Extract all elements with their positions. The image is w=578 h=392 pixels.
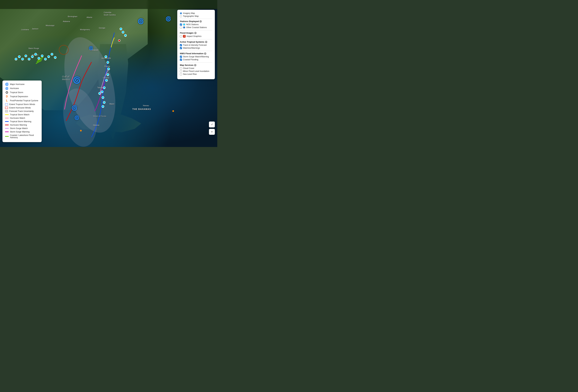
active-tropical-help-icon[interactable]: ? bbox=[205, 41, 207, 43]
top-bar bbox=[0, 0, 217, 9]
coastal-flooding-label: Coastal Flooding bbox=[183, 58, 198, 61]
legend-extent-ts-winds-label: Extent Tropical Storm Winds bbox=[9, 103, 35, 105]
minor-flood-checkbox[interactable] bbox=[180, 70, 182, 72]
legend-extent-ts-winds-icon bbox=[5, 103, 8, 105]
divider-1 bbox=[180, 19, 212, 19]
legend-storm-surge-warning-label: Storm Surge Warning bbox=[10, 131, 30, 133]
legend-ts-warning-icon bbox=[5, 121, 9, 122]
legend-ts-watch: Tropical Storm Watch bbox=[5, 113, 39, 116]
navigate-button[interactable] bbox=[209, 122, 215, 127]
legend-post-tropical-label: Post/Potential Tropical Cyclone bbox=[10, 99, 38, 102]
flood-images-section: Flood Images ? ⚑ Impact Graphics bbox=[180, 32, 212, 38]
active-tropical-section: Active Tropical Systems ? Track & Intens… bbox=[180, 41, 212, 49]
legend-ts-warning-label: Tropical Storm Warning bbox=[10, 120, 31, 123]
legend-hurricane-warning-label: Hurricane Warning bbox=[10, 124, 27, 126]
other-stations-label: Other Coastal Stations bbox=[186, 26, 207, 29]
divider-4 bbox=[180, 51, 212, 51]
map-container[interactable]: Birmingham Alabama Mississippi Louisiana… bbox=[0, 0, 217, 147]
legend-post-tropical: L Post/Potential Tropical Cyclone bbox=[5, 99, 39, 102]
divider-2 bbox=[180, 30, 212, 30]
map-type-radio-group: Imagery Map Topographic Map bbox=[180, 12, 212, 17]
nws-flood-help-icon[interactable]: ? bbox=[204, 52, 206, 55]
sea-level-checkbox[interactable] bbox=[180, 73, 182, 75]
legend-hurricane-warning-icon bbox=[5, 125, 9, 125]
track-forecast-checkbox[interactable] bbox=[180, 44, 182, 46]
legend-tropical-storm-label: Tropical Storm bbox=[10, 91, 23, 94]
legend-tropical-depression-label: Tropical Depression bbox=[10, 95, 28, 98]
legend-extent-hurricane-winds-label: Extent Hurricane Winds bbox=[9, 107, 31, 109]
map-services-section: Map Services ? Cloud Cover Minor Flood L… bbox=[180, 64, 212, 75]
radio-imagery-input[interactable] bbox=[180, 12, 182, 14]
sea-level-item[interactable]: Sea Level Rise bbox=[180, 73, 212, 75]
radio-topo[interactable]: Topographic Map bbox=[180, 15, 212, 17]
radio-topo-label: Topographic Map bbox=[183, 15, 199, 17]
cloud-cover-item[interactable]: Cloud Cover bbox=[180, 67, 212, 69]
nos-stations-label: NOS Stations bbox=[186, 23, 199, 26]
watches-warnings-checkbox[interactable] bbox=[180, 47, 182, 49]
legend-storm-surge-warning-icon bbox=[5, 132, 9, 132]
map-services-title: Map Services ? bbox=[180, 64, 212, 66]
map-type-section: Imagery Map Topographic Map bbox=[180, 12, 212, 17]
watches-warnings-item[interactable]: Watches/Warnings bbox=[180, 47, 212, 49]
legend-storm-surge-watch-icon bbox=[5, 128, 9, 129]
other-station-dot bbox=[183, 26, 185, 29]
legend-ts-watch-icon bbox=[5, 114, 9, 115]
legend-storm-surge-watch: Storm Surge Watch bbox=[5, 127, 39, 130]
stations-title: Stations Displayed ? bbox=[180, 20, 212, 23]
legend-extent-hurricane-winds-icon bbox=[5, 107, 8, 109]
active-tropical-title: Active Tropical Systems ? bbox=[180, 41, 212, 43]
nos-station-dot bbox=[183, 23, 185, 26]
legend-hurricane: 🌀 Hurricane bbox=[5, 87, 39, 90]
legend-forecast-track: Forecast Track Uncertainty bbox=[5, 110, 39, 112]
impact-graphics-checkbox[interactable] bbox=[180, 35, 182, 37]
stations-section: Stations Displayed ? NOS Stations Other … bbox=[180, 20, 212, 29]
flood-images-checkbox-group: ⚑ Impact Graphics bbox=[180, 35, 212, 38]
stations-title-text: Stations Displayed bbox=[180, 20, 199, 23]
storm-surge-item[interactable]: Storm Surge Watch/Warning bbox=[180, 55, 212, 58]
legend-panel: 🌀 Major Hurricane 🌀 Hurricane Tropical S… bbox=[2, 81, 42, 142]
legend-major-hurricane-label: Major Hurricane bbox=[10, 83, 25, 85]
track-forecast-item[interactable]: Track & Intensity Forecast bbox=[180, 44, 212, 46]
storm-surge-checkbox[interactable] bbox=[180, 56, 182, 58]
radio-topo-input[interactable] bbox=[180, 15, 182, 17]
other-stations-item[interactable]: Other Coastal Stations bbox=[180, 26, 212, 29]
divider-5 bbox=[180, 62, 212, 63]
flood-images-title: Flood Images ? bbox=[180, 32, 212, 34]
nos-stations-checkbox[interactable] bbox=[180, 24, 182, 26]
radio-imagery-label: Imagery Map bbox=[183, 12, 195, 14]
legend-ts-warning: Tropical Storm Warning bbox=[5, 120, 39, 123]
legend-coastal-flood-label: Coastal / Lakeshore Flood Advisory bbox=[10, 134, 39, 139]
stations-checkbox-group: NOS Stations Other Coastal Stations bbox=[180, 23, 212, 29]
legend-major-hurricane-icon: 🌀 bbox=[5, 83, 9, 86]
legend-hurricane-watch-label: Hurricane Watch bbox=[10, 117, 25, 119]
active-tropical-title-text: Active Tropical Systems bbox=[180, 41, 204, 43]
map-services-help-icon[interactable]: ? bbox=[194, 64, 196, 66]
flood-images-help-icon[interactable]: ? bbox=[194, 32, 196, 34]
legend-tropical-storm: Tropical Storm bbox=[5, 91, 39, 94]
legend-forecast-track-icon bbox=[5, 110, 8, 112]
legend-hurricane-watch-icon bbox=[5, 118, 9, 118]
track-forecast-label: Track & Intensity Forecast bbox=[183, 44, 207, 46]
zoom-in-button[interactable]: + bbox=[209, 129, 215, 135]
zoom-in-label: + bbox=[211, 130, 213, 134]
nos-stations-item[interactable]: NOS Stations bbox=[180, 23, 212, 26]
legend-major-hurricane: 🌀 Major Hurricane bbox=[5, 83, 39, 86]
impact-graphics-item[interactable]: ⚑ Impact Graphics bbox=[180, 35, 212, 38]
legend-extent-ts-winds: Extent Tropical Storm Winds bbox=[5, 103, 39, 105]
navigate-icon bbox=[210, 123, 214, 126]
legend-coastal-flood-icon bbox=[5, 136, 9, 137]
coastal-flooding-item[interactable]: Coastal Flooding bbox=[180, 58, 212, 61]
cloud-cover-checkbox[interactable] bbox=[180, 67, 182, 69]
legend-tropical-depression: D Tropical Depression bbox=[5, 95, 39, 98]
impact-graphics-label: Impact Graphics bbox=[187, 35, 201, 37]
minor-flood-label: Minor Flood Level Inundation bbox=[183, 70, 209, 72]
storm-surge-label: Storm Surge Watch/Warning bbox=[183, 55, 209, 58]
nws-flood-title: NWS Flood Information ? bbox=[180, 52, 212, 55]
radio-imagery[interactable]: Imagery Map bbox=[180, 12, 212, 14]
minor-flood-item[interactable]: Minor Flood Level Inundation bbox=[180, 70, 212, 72]
other-stations-checkbox[interactable] bbox=[180, 26, 182, 29]
coastal-flooding-checkbox[interactable] bbox=[180, 59, 182, 61]
stations-help-icon[interactable]: ? bbox=[199, 20, 202, 23]
legend-hurricane-label: Hurricane bbox=[10, 87, 19, 90]
legend-coastal-flood: Coastal / Lakeshore Flood Advisory bbox=[5, 134, 39, 139]
